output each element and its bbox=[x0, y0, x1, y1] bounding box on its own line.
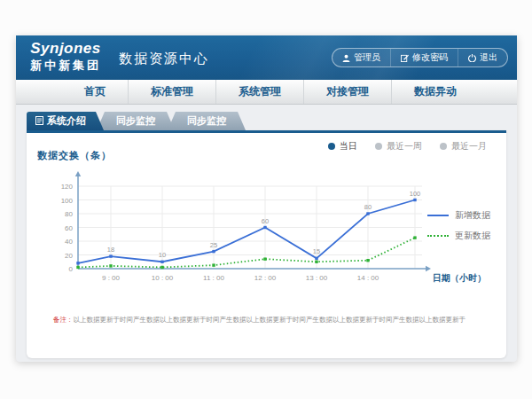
change-password-label: 修改密码 bbox=[412, 51, 448, 64]
svg-text:9 : 00: 9 : 00 bbox=[102, 274, 121, 282]
radio-dot bbox=[375, 143, 382, 150]
tab-sync-monitor-1[interactable]: 同步监控 bbox=[97, 112, 175, 130]
nav-item-interface-mgmt[interactable]: 对接管理 bbox=[303, 80, 391, 104]
chart-y-axis-title: 数据交换（条） bbox=[37, 149, 112, 162]
main-nav: 首页 标准管理 系统管理 对接管理 数据异动 bbox=[16, 80, 517, 105]
chart-series-legend: 新增数据 更新数据 bbox=[427, 209, 490, 242]
svg-text:14 : 00: 14 : 00 bbox=[357, 274, 379, 282]
svg-text:120: 120 bbox=[61, 183, 74, 191]
header-actions: 管理员 修改密码 退出 bbox=[332, 48, 508, 67]
radio-label: 最近一月 bbox=[451, 140, 487, 153]
footnote-prefix: 备注： bbox=[53, 316, 74, 324]
legend-label: 新增数据 bbox=[455, 209, 490, 222]
power-icon bbox=[468, 54, 476, 62]
svg-text:20: 20 bbox=[65, 252, 73, 260]
svg-text:40: 40 bbox=[65, 238, 73, 246]
tab-label: 同步监控 bbox=[116, 114, 155, 128]
logout-button[interactable]: 退出 bbox=[458, 49, 507, 66]
radio-last-month[interactable]: 最近一月 bbox=[440, 140, 487, 153]
svg-text:60: 60 bbox=[262, 217, 269, 225]
time-range-radio-group: 当日 最近一周 最近一月 bbox=[328, 140, 487, 153]
content-panel: 当日 最近一周 最近一月 数据交换（条） 0204060801001209 : … bbox=[27, 130, 506, 358]
company-logo: Synjones 新中新集团 bbox=[30, 40, 101, 73]
legend-label: 更新数据 bbox=[455, 230, 490, 242]
app-window: Synjones 新中新集团 数据资源中心 管理员 修改密码 退出 bbox=[16, 35, 517, 362]
svg-text:0: 0 bbox=[69, 265, 74, 273]
change-password-button[interactable]: 修改密码 bbox=[390, 49, 458, 66]
svg-text:100: 100 bbox=[61, 197, 74, 205]
svg-text:100: 100 bbox=[410, 190, 421, 198]
legend-item-new-data[interactable]: 新增数据 bbox=[427, 209, 490, 222]
footnote: 备注：以上数据更新于时间产生数据以上数据更新于时间产生数据以上数据更新于时间产生… bbox=[53, 316, 466, 325]
page-title: 数据资源中心 bbox=[119, 51, 209, 67]
svg-text:11 : 00: 11 : 00 bbox=[203, 274, 224, 282]
tab-system-intro[interactable]: 系统介绍 bbox=[27, 112, 104, 130]
current-user-button[interactable]: 管理员 bbox=[332, 49, 390, 66]
current-user-label: 管理员 bbox=[354, 51, 380, 64]
logout-label: 退出 bbox=[480, 51, 497, 64]
user-icon bbox=[342, 54, 350, 62]
svg-text:18: 18 bbox=[107, 246, 114, 254]
tab-label: 系统介绍 bbox=[47, 114, 86, 128]
svg-text:13 : 00: 13 : 00 bbox=[306, 274, 328, 282]
line-swatch-dotted-green bbox=[427, 235, 449, 237]
legend-item-updated-data[interactable]: 更新数据 bbox=[427, 230, 490, 242]
edit-icon bbox=[401, 54, 409, 62]
line-swatch-solid-blue bbox=[427, 215, 449, 216]
radio-dot bbox=[440, 143, 447, 150]
nav-item-home[interactable]: 首页 bbox=[62, 80, 128, 104]
svg-text:15: 15 bbox=[313, 247, 320, 255]
radio-label: 当日 bbox=[340, 140, 357, 153]
nav-item-system-mgmt[interactable]: 系统管理 bbox=[215, 80, 303, 104]
radio-today[interactable]: 当日 bbox=[328, 140, 357, 153]
tab-sync-monitor-2[interactable]: 同步监控 bbox=[168, 112, 246, 130]
radio-last-week[interactable]: 最近一周 bbox=[375, 140, 422, 153]
footnote-text: 以上数据更新于时间产生数据以上数据更新于时间产生数据以上数据更新于时间产生数据以… bbox=[74, 316, 466, 324]
svg-text:10: 10 bbox=[159, 251, 166, 259]
app-header: Synjones 新中新集团 数据资源中心 管理员 修改密码 退出 bbox=[16, 35, 517, 80]
nav-item-data-change[interactable]: 数据异动 bbox=[391, 80, 479, 104]
tab-label: 同步监控 bbox=[187, 114, 226, 128]
tab-bar: 系统介绍 同步监控 同步监控 bbox=[27, 112, 246, 130]
svg-text:12 : 00: 12 : 00 bbox=[254, 274, 277, 282]
logo-text-cn: 新中新集团 bbox=[30, 58, 101, 73]
svg-text:60: 60 bbox=[65, 224, 73, 232]
svg-text:10 : 00: 10 : 00 bbox=[152, 274, 174, 282]
svg-text:80: 80 bbox=[65, 210, 73, 218]
radio-dot bbox=[328, 143, 335, 150]
svg-text:25: 25 bbox=[210, 241, 217, 249]
radio-label: 最近一周 bbox=[387, 140, 422, 153]
svg-text:80: 80 bbox=[364, 203, 372, 211]
svg-text:日期（小时）: 日期（小时） bbox=[433, 273, 486, 283]
document-icon bbox=[35, 116, 43, 127]
nav-item-standard-mgmt[interactable]: 标准管理 bbox=[128, 80, 215, 104]
logo-text-en: Synjones bbox=[30, 40, 101, 58]
